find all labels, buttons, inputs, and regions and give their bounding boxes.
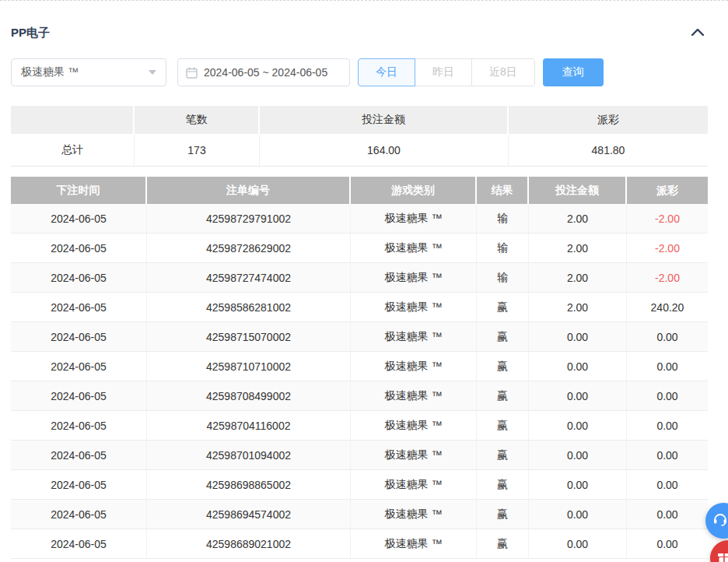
cell-game-type: 极速糖果 ™ [351, 529, 477, 558]
cell-bet-time: 2024-06-05 [11, 322, 147, 351]
header-result: 结果 [477, 177, 529, 204]
cell-result: 赢 [477, 322, 529, 351]
summary-total-row: 总计 173 164.00 481.80 [11, 135, 708, 167]
table-row: 2024-06-0542598715070002极速糖果 ™赢0.000.00 [11, 322, 708, 352]
cell-result: 赢 [477, 381, 529, 410]
summary-header-count: 笔数 [135, 106, 260, 134]
cell-game-type: 极速糖果 ™ [351, 470, 477, 499]
cell-order-no: 42598728629002 [147, 234, 351, 262]
cell-bet-amount: 2.00 [529, 293, 627, 321]
cell-bet-time: 2024-06-05 [11, 263, 147, 292]
cell-bet-time: 2024-06-05 [11, 234, 147, 262]
cell-payout: 0.00 [627, 322, 708, 351]
filter-row: 极速糖果 ™ 2024-06-05 ~ 2024-06-05 今日 昨日 近8日… [11, 58, 708, 86]
summary-table: 笔数 投注金额 派彩 总计 173 164.00 481.80 [11, 106, 708, 167]
date-range-value: 2024-06-05 ~ 2024-06-05 [204, 66, 327, 79]
cell-game-type: 极速糖果 ™ [351, 381, 477, 410]
cell-bet-amount: 0.00 [529, 441, 627, 469]
cell-payout: 240.20 [627, 293, 708, 321]
cell-game-type: 极速糖果 ™ [351, 293, 477, 321]
table-row: 2024-06-0542598689021002极速糖果 ™赢0.000.00 [11, 529, 708, 559]
cell-order-no: 42598701094002 [147, 441, 351, 469]
cell-result: 赢 [477, 293, 529, 321]
cell-order-no: 42598694574002 [147, 500, 351, 529]
summary-total-count: 173 [135, 135, 260, 167]
summary-header-bet-amount: 投注金额 [260, 106, 509, 134]
promotion-float-button[interactable] [710, 540, 728, 562]
table-row: 2024-06-0542598727474002极速糖果 ™输2.00-2.00 [11, 263, 708, 293]
cell-bet-amount: 0.00 [529, 381, 627, 410]
game-select[interactable]: 极速糖果 ™ [11, 58, 166, 86]
header-bet-amount: 投注金额 [529, 177, 627, 204]
table-row: 2024-06-0542598698865002极速糖果 ™赢0.000.00 [11, 470, 708, 500]
cell-bet-amount: 0.00 [529, 411, 627, 440]
quick-button-today[interactable]: 今日 [358, 58, 415, 86]
table-row: 2024-06-0542598708499002极速糖果 ™赢0.000.00 [11, 381, 708, 411]
cell-payout: 0.00 [627, 352, 708, 381]
cell-order-no: 42598689021002 [147, 529, 351, 558]
cell-payout: -2.00 [627, 204, 708, 233]
cell-order-no: 42598708499002 [147, 381, 351, 410]
headset-icon [712, 511, 728, 530]
cell-order-no: 42598586281002 [147, 293, 351, 321]
cell-order-no: 42598704116002 [147, 411, 351, 440]
header-order-no: 注单编号 [147, 177, 351, 204]
cell-payout: 0.00 [627, 441, 708, 469]
summary-header-payout: 派彩 [509, 106, 708, 134]
bet-table-header-row: 下注时间 注单编号 游戏类别 结果 投注金额 派彩 [11, 177, 708, 204]
bet-table-body: 2024-06-0542598729791002极速糖果 ™输2.00-2.00… [11, 204, 708, 559]
chevron-up-icon [691, 26, 705, 40]
summary-total-payout: 481.80 [509, 135, 708, 167]
cell-result: 输 [477, 204, 529, 233]
header-game-type: 游戏类别 [351, 177, 477, 204]
cell-bet-amount: 2.00 [529, 234, 627, 262]
cell-bet-time: 2024-06-05 [11, 470, 147, 499]
cell-game-type: 极速糖果 ™ [351, 234, 477, 262]
cell-payout: 0.00 [627, 411, 708, 440]
cell-game-type: 极速糖果 ™ [351, 263, 477, 292]
customer-service-float-button[interactable] [705, 503, 728, 539]
cell-result: 赢 [477, 441, 529, 469]
cell-game-type: 极速糖果 ™ [351, 411, 477, 440]
calendar-icon [186, 67, 198, 79]
cell-result: 赢 [477, 470, 529, 499]
cell-bet-time: 2024-06-05 [11, 352, 147, 381]
date-quick-button-group: 今日 昨日 近8日 [358, 58, 535, 86]
table-row: 2024-06-0542598586281002极速糖果 ™赢2.00240.2… [11, 293, 708, 322]
date-range-input[interactable]: 2024-06-05 ~ 2024-06-05 [177, 58, 350, 86]
cell-game-type: 极速糖果 ™ [351, 204, 477, 233]
quick-button-yesterday[interactable]: 昨日 [415, 58, 472, 86]
cell-bet-amount: 0.00 [529, 322, 627, 351]
table-row: 2024-06-0542598728629002极速糖果 ™输2.00-2.00 [11, 234, 708, 263]
cell-bet-amount: 0.00 [529, 352, 627, 381]
summary-total-label: 总计 [11, 135, 135, 167]
cell-bet-time: 2024-06-05 [11, 441, 147, 469]
cell-payout: -2.00 [627, 263, 708, 292]
cell-bet-time: 2024-06-05 [11, 500, 147, 529]
collapse-panel-button[interactable] [691, 26, 705, 40]
cell-result: 输 [477, 234, 529, 262]
cell-bet-amount: 0.00 [529, 500, 627, 529]
query-button[interactable]: 查询 [543, 58, 604, 86]
cell-bet-time: 2024-06-05 [11, 204, 147, 233]
bet-table: 下注时间 注单编号 游戏类别 结果 投注金额 派彩 2024-06-054259… [11, 177, 708, 559]
cell-payout: 0.00 [627, 470, 708, 499]
quick-button-last8days[interactable]: 近8日 [471, 58, 535, 86]
cell-order-no: 42598698865002 [147, 470, 351, 499]
gift-icon [716, 549, 728, 562]
cell-result: 赢 [477, 500, 529, 529]
cell-bet-amount: 0.00 [529, 529, 627, 558]
cell-game-type: 极速糖果 ™ [351, 322, 477, 351]
table-row: 2024-06-0542598694574002极速糖果 ™赢0.000.00 [11, 500, 708, 529]
header-bet-time: 下注时间 [11, 177, 147, 204]
cell-bet-amount: 2.00 [529, 204, 627, 233]
bet-records-page: PP电子 极速糖果 ™ 2024-06-05 ~ 2024-06-05 今日 昨… [0, 0, 728, 562]
cell-result: 输 [477, 263, 529, 292]
cell-bet-time: 2024-06-05 [11, 411, 147, 440]
cell-game-type: 极速糖果 ™ [351, 352, 477, 381]
cell-game-type: 极速糖果 ™ [351, 500, 477, 529]
cell-result: 赢 [477, 411, 529, 440]
panel-title: PP电子 [11, 26, 50, 40]
table-row: 2024-06-0542598704116002极速糖果 ™赢0.000.00 [11, 411, 708, 441]
cell-bet-time: 2024-06-05 [11, 529, 147, 558]
